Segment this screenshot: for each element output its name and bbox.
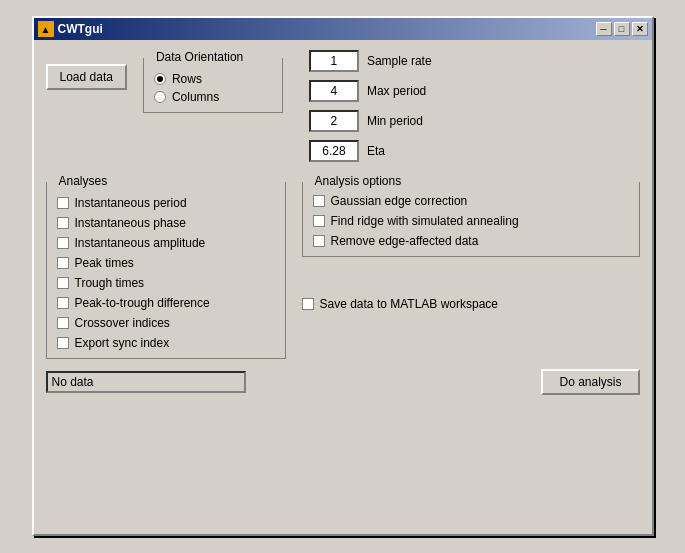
no-data-field: No data <box>46 371 246 393</box>
load-data-button[interactable]: Load data <box>46 64 127 90</box>
rows-radio-circle <box>154 73 166 85</box>
checkbox-label-1: Instantaneous phase <box>75 216 186 230</box>
checkbox-square-6 <box>57 317 69 329</box>
save-section: Save data to MATLAB workspace <box>302 297 640 311</box>
columns-radio-circle <box>154 91 166 103</box>
checkbox-square-gaussian <box>313 195 325 207</box>
analysis-options-title: Analysis options <box>311 174 406 188</box>
checkbox-square-3 <box>57 257 69 269</box>
checkbox-label-0: Instantaneous period <box>75 196 187 210</box>
min-period-input[interactable] <box>309 110 359 132</box>
param-row-0: Sample rate <box>309 50 432 72</box>
param-row-1: Max period <box>309 80 432 102</box>
title-bar: ▲ CWTgui ─ □ ✕ <box>34 18 652 40</box>
rows-radio[interactable]: Rows <box>154 72 272 86</box>
checkbox-square-save <box>302 298 314 310</box>
param-row-2: Min period <box>309 110 432 132</box>
columns-radio[interactable]: Columns <box>154 90 272 104</box>
checkbox-square-4 <box>57 277 69 289</box>
analysis-options-list: Gaussian edge correction Find ridge with… <box>313 192 629 248</box>
checkbox-label-4: Trough times <box>75 276 145 290</box>
load-data-wrap: Load data <box>46 50 127 90</box>
window-body: Load data Data Orientation Rows Columns <box>34 40 652 405</box>
checkbox-label-5: Peak-to-trough difference <box>75 296 210 310</box>
checkbox-instantaneous-period[interactable]: Instantaneous period <box>57 196 275 210</box>
minimize-button[interactable]: ─ <box>596 22 612 36</box>
save-label: Save data to MATLAB workspace <box>320 297 499 311</box>
checkbox-square-edge <box>313 235 325 247</box>
checkbox-label-7: Export sync index <box>75 336 170 350</box>
checkbox-label-gaussian: Gaussian edge correction <box>331 194 468 208</box>
max-period-input[interactable] <box>309 80 359 102</box>
radio-group: Rows Columns <box>154 68 272 104</box>
checkbox-peak-times[interactable]: Peak times <box>57 256 275 270</box>
checkbox-square-5 <box>57 297 69 309</box>
checkbox-trough-times[interactable]: Trough times <box>57 276 275 290</box>
checkbox-crossover[interactable]: Crossover indices <box>57 316 275 330</box>
checkbox-instantaneous-phase[interactable]: Instantaneous phase <box>57 216 275 230</box>
no-data-text: No data <box>52 375 94 389</box>
checkbox-label-2: Instantaneous amplitude <box>75 236 206 250</box>
min-period-label: Min period <box>367 114 423 128</box>
checkbox-instantaneous-amplitude[interactable]: Instantaneous amplitude <box>57 236 275 250</box>
max-period-label: Max period <box>367 84 426 98</box>
analyses-title: Analyses <box>55 174 112 188</box>
save-to-workspace-checkbox[interactable]: Save data to MATLAB workspace <box>302 297 640 311</box>
bottom-row: No data Do analysis <box>46 369 640 395</box>
checkbox-square-2 <box>57 237 69 249</box>
do-analysis-button[interactable]: Do analysis <box>541 369 639 395</box>
checkbox-export-sync[interactable]: Export sync index <box>57 336 275 350</box>
columns-label: Columns <box>172 90 219 104</box>
checkbox-label-3: Peak times <box>75 256 134 270</box>
analyses-group: Analyses Instantaneous period Instantane… <box>46 182 286 359</box>
sample-rate-label: Sample rate <box>367 54 432 68</box>
checkbox-gaussian[interactable]: Gaussian edge correction <box>313 194 629 208</box>
data-orientation-title: Data Orientation <box>152 50 247 64</box>
checkbox-remove-edge[interactable]: Remove edge-affected data <box>313 234 629 248</box>
sample-rate-input[interactable] <box>309 50 359 72</box>
checkbox-square-7 <box>57 337 69 349</box>
top-row: Load data Data Orientation Rows Columns <box>46 50 640 162</box>
maximize-button[interactable]: □ <box>614 22 630 36</box>
checkbox-label-ridge: Find ridge with simulated annealing <box>331 214 519 228</box>
param-row-3: Eta <box>309 140 432 162</box>
title-bar-left: ▲ CWTgui <box>38 21 103 37</box>
checkbox-ridge[interactable]: Find ridge with simulated annealing <box>313 214 629 228</box>
checkbox-square-0 <box>57 197 69 209</box>
rows-label: Rows <box>172 72 202 86</box>
title-controls: ─ □ ✕ <box>596 22 648 36</box>
main-window: ▲ CWTgui ─ □ ✕ Load data Data Orientatio… <box>32 16 654 536</box>
window-title: CWTgui <box>58 22 103 36</box>
right-section: Analysis options Gaussian edge correctio… <box>302 174 640 359</box>
eta-input[interactable] <box>309 140 359 162</box>
analyses-checkbox-list: Instantaneous period Instantaneous phase… <box>57 192 275 350</box>
checkbox-peak-to-trough[interactable]: Peak-to-trough difference <box>57 296 275 310</box>
params-section: Sample rate Max period Min period Eta <box>309 50 432 162</box>
data-orientation-group: Data Orientation Rows Columns <box>143 58 283 113</box>
checkbox-square-ridge <box>313 215 325 227</box>
checkbox-square-1 <box>57 217 69 229</box>
analysis-options-group: Analysis options Gaussian edge correctio… <box>302 182 640 257</box>
app-icon: ▲ <box>38 21 54 37</box>
close-button[interactable]: ✕ <box>632 22 648 36</box>
main-row: Analyses Instantaneous period Instantane… <box>46 174 640 359</box>
checkbox-label-6: Crossover indices <box>75 316 170 330</box>
eta-label: Eta <box>367 144 385 158</box>
checkbox-label-edge: Remove edge-affected data <box>331 234 479 248</box>
